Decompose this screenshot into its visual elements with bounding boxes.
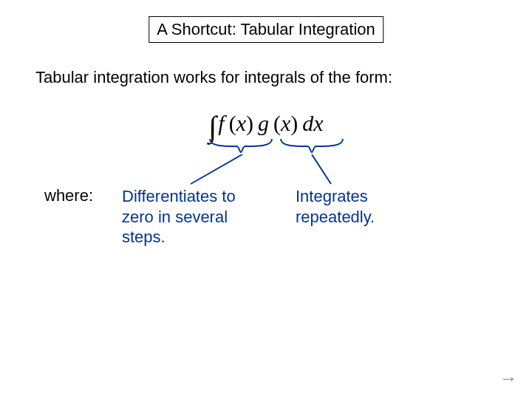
note-integrates: Integrates repeatedly.: [296, 186, 429, 227]
formula-x2: x: [281, 111, 290, 135]
formula-g: g: [258, 111, 269, 135]
integral-sign-icon: ∫: [208, 109, 216, 144]
where-label: where:: [44, 186, 93, 205]
formula-f: f: [218, 111, 224, 135]
lparen2-icon: (: [273, 111, 281, 135]
integral-formula: ∫f (x) g (x) dx: [208, 109, 323, 144]
rparen2-icon: ): [290, 111, 298, 135]
svg-line-0: [191, 154, 242, 184]
svg-line-1: [312, 154, 331, 184]
intro-text: Tabular integration works for integrals …: [35, 68, 392, 87]
page-title-box: A Shortcut: Tabular Integration: [149, 16, 383, 43]
rparen1-icon: ): [246, 111, 253, 135]
formula-x1: x: [236, 111, 246, 135]
pointer-line-f-icon: [189, 154, 244, 185]
page-title: A Shortcut: Tabular Integration: [157, 20, 375, 38]
pointer-line-g-icon: [309, 154, 334, 185]
note-differentiates: Differentiates to zero in several steps.: [122, 186, 270, 248]
lparen1-icon: (: [229, 111, 236, 135]
formula-dx: dx: [302, 111, 323, 135]
next-arrow-icon[interactable]: →: [499, 368, 517, 389]
